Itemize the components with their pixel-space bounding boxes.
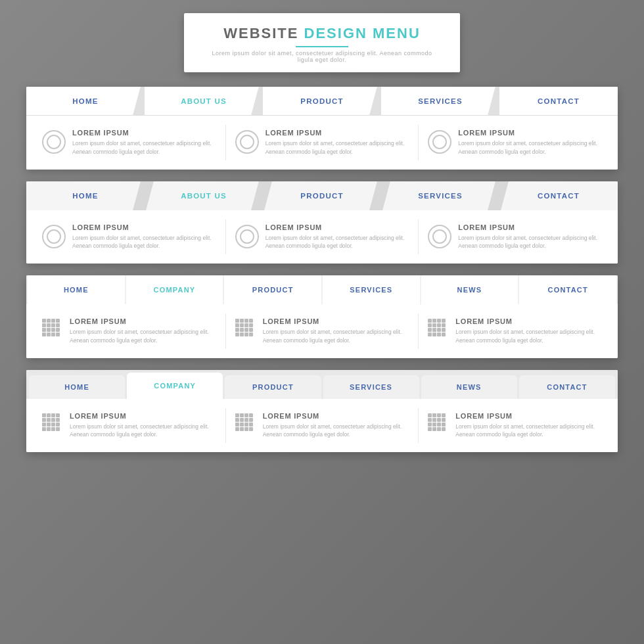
col-text: Lorem ipsum dolor sit amet, consectetuer… [70,423,209,440]
nav-item-services-2[interactable]: SERVICES [381,181,499,210]
content-text: LOREM IPSUM Lorem ipsum dolor sit amet, … [72,223,212,251]
content-text: LOREM IPSUM Lorem ipsum dolor sit amet, … [70,317,209,345]
content-col-4-3: LOREM IPSUM Lorem ipsum dolor sit amet, … [419,408,611,444]
nav-item-services-4[interactable]: SERVICES [323,375,419,399]
menu-content-1: LOREM IPSUM Lorem ipsum dolor sit amet, … [26,116,618,170]
grid-icon [235,319,256,340]
nav-item-product-4[interactable]: PRODUCT [225,375,321,399]
nav-item-company-4[interactable]: COMPANY [127,373,223,399]
content-col-2-3: LOREM IPSUM Lorem ipsum dolor sit amet, … [419,219,611,255]
nav-bar-3: HOME COMPANY PRODUCT SERVICES NEWS CONTA… [26,275,618,304]
circle-inner [240,135,254,149]
content-col-1-2: LOREM IPSUM Lorem ipsum dolor sit amet, … [226,125,419,160]
circle-icon [428,225,451,248]
col-text: Lorem ipsum dolor sit amet, consectetuer… [458,234,597,251]
nav-item-home-1[interactable]: HOME [26,87,145,115]
content-col-4-1: LOREM IPSUM Lorem ipsum dolor sit amet, … [33,408,226,444]
circle-inner [432,135,447,149]
col-text: Lorem ipsum dolor sit amet, consectetuer… [265,139,405,156]
circle-icon [235,130,259,154]
header-underline [296,46,348,47]
col-text: Lorem ipsum dolor sit amet, consectetuer… [263,423,402,440]
nav-item-home-4[interactable]: HOME [29,375,125,399]
content-text: LOREM IPSUM Lorem ipsum dolor sit amet, … [458,129,597,156]
grid-icon [428,413,449,434]
content-col-3-3: LOREM IPSUM Lorem ipsum dolor sit amet, … [419,313,611,349]
nav-item-contact-1[interactable]: CONTACT [499,87,618,115]
grid-icon [428,319,449,340]
grid-icon [42,319,63,340]
content-col-1-1: LOREM IPSUM Lorem ipsum dolor sit amet, … [33,125,226,160]
col-text: Lorem ipsum dolor sit amet, consectetuer… [72,234,212,251]
circle-inner [240,229,254,244]
nav-item-product-3[interactable]: PRODUCT [224,275,321,304]
header-card: WEBSITE DESIGN MENU Lorem ipsum dolor si… [184,13,460,72]
col-title: LOREM IPSUM [72,129,212,137]
content-col-3-2: LOREM IPSUM Lorem ipsum dolor sit amet, … [226,313,419,349]
menu-card-3: HOME COMPANY PRODUCT SERVICES NEWS CONTA… [26,275,618,358]
nav-bar-1: HOME ABOUT US PRODUCT SERVICES CONTACT [26,87,618,116]
nav-item-home-2[interactable]: HOME [26,181,145,210]
col-title: LOREM IPSUM [455,412,595,420]
menu-content-4: LOREM IPSUM Lorem ipsum dolor sit amet, … [26,399,618,453]
nav-item-news-3[interactable]: NEWS [421,275,518,304]
nav-item-contact-4[interactable]: CONTACT [519,375,615,399]
col-text: Lorem ipsum dolor sit amet, consectetuer… [455,423,595,440]
circle-icon [428,130,451,154]
col-title: LOREM IPSUM [265,223,405,231]
col-title: LOREM IPSUM [265,129,405,137]
menu-card-2: HOME ABOUT US PRODUCT SERVICES CONTACT L… [26,181,618,264]
col-text: Lorem ipsum dolor sit amet, consectetuer… [70,328,209,345]
title-highlight: DESIGN MENU [304,25,421,41]
content-col-3-1: LOREM IPSUM Lorem ipsum dolor sit amet, … [33,313,226,349]
nav-bar-4: HOME COMPANY PRODUCT SERVICES NEWS CONTA… [26,370,618,399]
nav-item-services-3[interactable]: SERVICES [323,275,420,304]
content-text: LOREM IPSUM Lorem ipsum dolor sit amet, … [455,412,595,440]
col-title: LOREM IPSUM [263,317,402,325]
title-normal: WEBSITE [223,25,304,41]
content-text: LOREM IPSUM Lorem ipsum dolor sit amet, … [263,412,402,440]
nav-item-company-3[interactable]: COMPANY [126,275,223,304]
nav-item-contact-2[interactable]: CONTACT [499,181,618,210]
col-title: LOREM IPSUM [455,317,595,325]
menu-content-2: LOREM IPSUM Lorem ipsum dolor sit amet, … [26,210,618,264]
content-text: LOREM IPSUM Lorem ipsum dolor sit amet, … [72,129,212,156]
circle-icon [42,225,66,248]
col-text: Lorem ipsum dolor sit amet, consectetuer… [72,139,212,156]
grid-icon [42,413,63,434]
nav-item-news-4[interactable]: NEWS [421,375,517,399]
content-text: LOREM IPSUM Lorem ipsum dolor sit amet, … [263,317,402,345]
nav-item-about-2[interactable]: ABOUT US [145,181,263,210]
content-text: LOREM IPSUM Lorem ipsum dolor sit amet, … [70,412,209,440]
col-title: LOREM IPSUM [458,223,597,231]
col-title: LOREM IPSUM [70,412,209,420]
col-text: Lorem ipsum dolor sit amet, consectetuer… [458,139,597,156]
col-text: Lorem ipsum dolor sit amet, consectetuer… [263,328,402,345]
col-text: Lorem ipsum dolor sit amet, consectetuer… [455,328,595,345]
content-text: LOREM IPSUM Lorem ipsum dolor sit amet, … [455,317,595,345]
nav-item-contact-3[interactable]: CONTACT [519,275,616,304]
nav-item-home-3[interactable]: HOME [28,275,125,304]
nav-item-product-2[interactable]: PRODUCT [263,181,381,210]
nav-item-services-1[interactable]: SERVICES [381,87,499,115]
grid-icon [235,413,256,434]
circle-inner [47,229,61,244]
menu-card-4: HOME COMPANY PRODUCT SERVICES NEWS CONTA… [26,370,618,453]
content-col-4-2: LOREM IPSUM Lorem ipsum dolor sit amet, … [226,408,419,444]
nav-item-about-1[interactable]: ABOUT US [145,87,263,115]
col-title: LOREM IPSUM [70,317,209,325]
content-col-2-2: LOREM IPSUM Lorem ipsum dolor sit amet, … [226,219,419,255]
menu-content-3: LOREM IPSUM Lorem ipsum dolor sit amet, … [26,304,618,358]
header-subtitle: Lorem ipsum dolor sit amet, consectetuer… [204,50,440,63]
content-col-2-1: LOREM IPSUM Lorem ipsum dolor sit amet, … [33,219,226,255]
nav-item-product-1[interactable]: PRODUCT [263,87,381,115]
header-title: WEBSITE DESIGN MENU [204,25,440,42]
col-title: LOREM IPSUM [263,412,402,420]
content-text: LOREM IPSUM Lorem ipsum dolor sit amet, … [458,223,597,251]
col-title: LOREM IPSUM [72,223,212,231]
circle-icon [42,130,66,154]
circle-inner [47,135,61,149]
col-text: Lorem ipsum dolor sit amet, consectetuer… [265,234,405,251]
circle-inner [432,229,447,244]
nav-bar-2: HOME ABOUT US PRODUCT SERVICES CONTACT [26,181,618,210]
